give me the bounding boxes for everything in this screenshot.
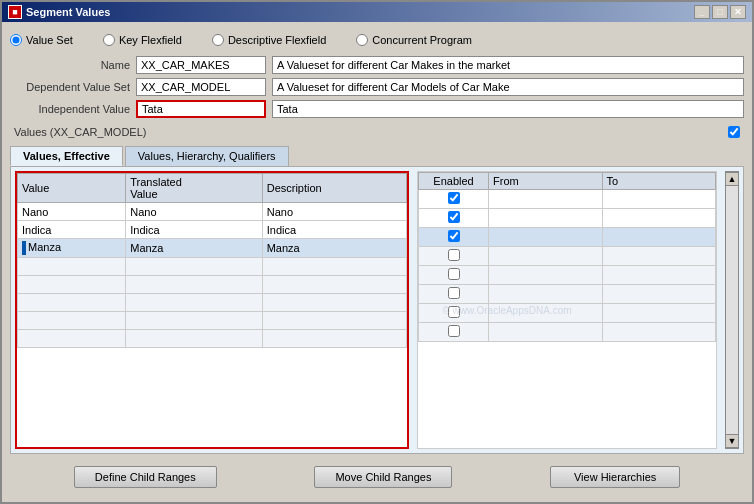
dep-value-set-row: Dependent Value Set (10, 78, 744, 96)
enabled-from-to-table: Enabled From To (417, 171, 717, 449)
maximize-button[interactable]: □ (712, 5, 728, 19)
table-row-empty (18, 312, 407, 330)
scroll-track (726, 186, 738, 434)
name-row: Name (10, 56, 744, 74)
col-description: Description (262, 174, 406, 203)
from-cell[interactable] (489, 228, 602, 247)
independent-value-desc-input[interactable] (272, 100, 744, 118)
enabled-table: Enabled From To (418, 172, 716, 342)
radio-descriptive-flexfield[interactable]: Descriptive Flexfield (212, 34, 326, 46)
to-cell[interactable] (602, 209, 716, 228)
radio-key-flexfield[interactable]: Key Flexfield (103, 34, 182, 46)
radio-concurrent-program[interactable]: Concurrent Program (356, 34, 472, 46)
tabs-row: Values, Effective Values, Hierarchy, Qua… (10, 146, 744, 166)
radio-group: Value Set Key Flexfield Descriptive Flex… (10, 30, 744, 50)
enabled-cell[interactable] (419, 228, 489, 247)
left-table-section: Value TranslatedValue Description Nano N… (15, 171, 409, 449)
cell-translated[interactable]: Nano (126, 203, 262, 221)
table-row-empty (18, 276, 407, 294)
table-row: Manza Manza Manza (18, 239, 407, 258)
from-cell[interactable] (489, 209, 602, 228)
table-row: Indica Indica Indica (18, 221, 407, 239)
titlebar-controls: _ □ ✕ (694, 5, 746, 19)
main-content: Value Set Key Flexfield Descriptive Flex… (2, 22, 752, 502)
to-cell[interactable] (602, 190, 716, 209)
titlebar: ■ Segment Values _ □ ✕ (2, 2, 752, 22)
form-section: Name Dependent Value Set Independent Val… (10, 56, 744, 118)
independent-value-label: Independent Value (10, 103, 130, 115)
values-table: Value TranslatedValue Description Nano N… (17, 173, 407, 348)
bottom-buttons: Define Child Ranges Move Child Ranges Vi… (10, 460, 744, 494)
move-child-ranges-button[interactable]: Move Child Ranges (314, 466, 452, 488)
window-title: Segment Values (26, 6, 110, 18)
dep-value-set-desc-input[interactable] (272, 78, 744, 96)
dep-value-set-input[interactable] (136, 78, 266, 96)
titlebar-left: ■ Segment Values (8, 5, 110, 19)
col-enabled: Enabled (419, 173, 489, 190)
cell-desc[interactable]: Indica (262, 221, 406, 239)
enabled-cell[interactable] (419, 209, 489, 228)
table-row (419, 190, 716, 209)
cell-value[interactable]: Manza (18, 239, 126, 258)
cell-translated[interactable]: Indica (126, 221, 262, 239)
col-value: Value (18, 174, 126, 203)
table-row-empty (18, 258, 407, 276)
cell-desc[interactable]: Nano (262, 203, 406, 221)
section-header: Values (XX_CAR_MODEL) (10, 124, 744, 140)
col-translated: TranslatedValue (126, 174, 262, 203)
enabled-cell[interactable] (419, 190, 489, 209)
scroll-down-button[interactable]: ▼ (725, 434, 739, 448)
tab-values-effective[interactable]: Values, Effective (10, 146, 123, 166)
right-section: Enabled From To (417, 171, 717, 449)
table-row-empty (18, 294, 407, 312)
independent-value-row: Independent Value (10, 100, 744, 118)
close-button[interactable]: ✕ (730, 5, 746, 19)
from-cell[interactable] (489, 190, 602, 209)
name-label: Name (10, 59, 130, 71)
table-row (419, 228, 716, 247)
table-row-empty (18, 330, 407, 348)
col-from: From (489, 173, 602, 190)
to-cell[interactable] (602, 228, 716, 247)
minimize-button[interactable]: _ (694, 5, 710, 19)
cell-translated[interactable]: Manza (126, 239, 262, 258)
table-row: Nano Nano Nano (18, 203, 407, 221)
cell-desc[interactable]: Manza (262, 239, 406, 258)
tab-values-hierarchy-qualifiers[interactable]: Values, Hierarchy, Qualifiers (125, 146, 289, 166)
independent-value-input[interactable] (136, 100, 266, 118)
table-row-empty (419, 247, 716, 266)
main-window: ■ Segment Values _ □ ✕ Value Set Key Fle… (0, 0, 754, 504)
table-row-empty (419, 323, 716, 342)
name-input[interactable] (136, 56, 266, 74)
scroll-up-button[interactable]: ▲ (725, 172, 739, 186)
view-hierarchies-button[interactable]: View Hierarchies (550, 466, 680, 488)
name-desc-input[interactable] (272, 56, 744, 74)
define-child-ranges-button[interactable]: Define Child Ranges (74, 466, 217, 488)
app-icon: ■ (8, 5, 22, 19)
section-checkbox[interactable] (728, 126, 740, 138)
col-to: To (602, 173, 716, 190)
tabs-container: Values, Effective Values, Hierarchy, Qua… (10, 146, 744, 454)
cell-value[interactable]: Nano (18, 203, 126, 221)
table-row (419, 209, 716, 228)
table-row-empty (419, 285, 716, 304)
tab-content: Value TranslatedValue Description Nano N… (10, 166, 744, 454)
table-row-empty (419, 304, 716, 323)
radio-value-set[interactable]: Value Set (10, 34, 73, 46)
cell-value[interactable]: Indica (18, 221, 126, 239)
vertical-scrollbar[interactable]: ▲ ▼ (725, 171, 739, 449)
section-title: Values (XX_CAR_MODEL) (14, 126, 146, 138)
dep-value-set-label: Dependent Value Set (10, 81, 130, 93)
table-row-empty (419, 266, 716, 285)
